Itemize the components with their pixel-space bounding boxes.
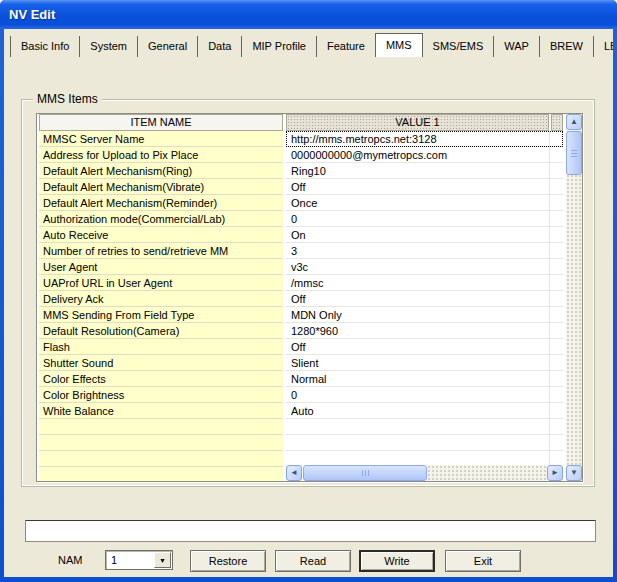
tab-lbs[interactable]: LBS	[594, 36, 613, 57]
value-cell[interactable]: Off	[286, 179, 563, 195]
nam-label: NAM	[58, 554, 82, 566]
tab-general[interactable]: General	[138, 36, 198, 57]
column-header-item-name[interactable]: ITEM NAME	[39, 114, 283, 131]
vertical-scroll-thumb[interactable]	[566, 131, 582, 175]
tab-mip-profile[interactable]: MIP Profile	[242, 36, 317, 57]
tab-basic-info[interactable]: Basic Info	[10, 36, 80, 57]
item-name-cell[interactable]: White Balance	[39, 403, 283, 419]
restore-button[interactable]: Restore	[190, 550, 266, 572]
item-name-cell[interactable]: Auto Receive	[39, 227, 283, 243]
column-header-filler	[551, 114, 563, 131]
value-cell[interactable]	[286, 451, 563, 465]
tab-bar: Basic InfoSystemGeneralDataMIP ProfileFe…	[10, 33, 613, 57]
scroll-right-button[interactable]: ►	[547, 465, 563, 481]
value-pane: VALUE 1 http://mms.metropcs.net:31280000…	[286, 114, 563, 481]
horizontal-scroll-track[interactable]	[427, 465, 547, 481]
value-cell[interactable]: Auto	[286, 403, 563, 419]
item-name-cell[interactable]	[39, 435, 283, 451]
tab-sms-ems[interactable]: SMS/EMS	[423, 36, 495, 57]
value-cell[interactable]: Off	[286, 339, 563, 355]
item-name-cell[interactable]: Authorization mode(Commercial/Lab)	[39, 211, 283, 227]
combo-dropdown-button[interactable]: ▼	[154, 552, 171, 568]
item-name-cell[interactable]: Flash	[39, 339, 283, 355]
horizontal-scrollbar[interactable]: ◄ ►	[286, 465, 563, 481]
scroll-up-icon: ▲	[570, 118, 578, 126]
item-name-rows: MMSC Server NameAddress for Upload to Pi…	[39, 131, 283, 481]
item-name-cell[interactable]	[39, 419, 283, 435]
nam-combobox[interactable]: 1 ▼	[105, 550, 173, 570]
item-name-cell[interactable]: User Agent	[39, 259, 283, 275]
tab-brew[interactable]: BREW	[540, 36, 594, 57]
item-name-cell[interactable]: MMS Sending From Field Type	[39, 307, 283, 323]
item-name-cell[interactable]: Default Alert Mechanism(Ring)	[39, 163, 283, 179]
groupbox-title: MMS Items	[33, 92, 102, 106]
item-name-cell[interactable]: Color Effects	[39, 371, 283, 387]
scroll-down-button[interactable]: ▼	[566, 465, 582, 481]
value-rows: http://mms.metropcs.net:31280000000000@m…	[286, 131, 563, 465]
status-bar	[25, 520, 596, 542]
value-cell[interactable]: Ring10	[286, 163, 563, 179]
window-title: NV Edit	[9, 7, 55, 22]
dialog-client-area: Basic InfoSystemGeneralDataMIP ProfileFe…	[4, 29, 613, 577]
read-button[interactable]: Read	[275, 550, 351, 572]
value-cell[interactable]: v3c	[286, 259, 563, 275]
item-name-cell[interactable]	[39, 451, 283, 467]
titlebar[interactable]: NV Edit	[0, 0, 617, 29]
tab-system[interactable]: System	[80, 36, 138, 57]
value-cell[interactable]: Once	[286, 195, 563, 211]
value-cell[interactable]: Normal	[286, 371, 563, 387]
item-name-cell[interactable]: Shutter Sound	[39, 355, 283, 371]
vertical-scrollbar[interactable]: ▲ ▼	[566, 114, 582, 481]
exit-button[interactable]: Exit	[445, 550, 521, 572]
value-cell[interactable]: On	[286, 227, 563, 243]
value-cell[interactable]: 3	[286, 243, 563, 259]
item-name-cell[interactable]: UAProf URL in User Agent	[39, 275, 283, 291]
item-name-cell[interactable]	[39, 467, 283, 481]
value-cell[interactable]	[286, 419, 563, 435]
value-cell[interactable]: MDN Only	[286, 307, 563, 323]
horizontal-scroll-thumb[interactable]	[303, 465, 427, 481]
value-cell[interactable]: Off	[286, 291, 563, 307]
column-header-value1[interactable]: VALUE 1	[286, 114, 549, 131]
scroll-down-icon: ▼	[570, 469, 578, 477]
scroll-left-icon: ◄	[290, 469, 298, 477]
item-name-cell[interactable]: MMSC Server Name	[39, 131, 283, 147]
tab-feature[interactable]: Feature	[317, 36, 376, 57]
chevron-down-icon: ▼	[159, 557, 166, 564]
item-name-cell[interactable]: Number of retries to send/retrieve MM	[39, 243, 283, 259]
value-cell[interactable]: Slient	[286, 355, 563, 371]
tab-wap[interactable]: WAP	[494, 36, 540, 57]
nv-item-grid: ITEM NAME MMSC Server NameAddress for Up…	[36, 113, 583, 482]
item-name-pane: ITEM NAME MMSC Server NameAddress for Up…	[39, 114, 283, 481]
value-cell[interactable]: 1280*960	[286, 323, 563, 339]
value-header-row: VALUE 1	[286, 114, 563, 131]
item-name-cell[interactable]: Address for Upload to Pix Place	[39, 147, 283, 163]
value-cell[interactable]: http://mms.metropcs.net:3128	[286, 131, 563, 147]
mms-items-groupbox: MMS Items ITEM NAME MMSC Server NameAddr…	[21, 99, 595, 487]
value-cell[interactable]	[286, 435, 563, 451]
item-name-cell[interactable]: Color Brightness	[39, 387, 283, 403]
nv-edit-window: NV Edit Basic InfoSystemGeneralDataMIP P…	[0, 0, 617, 582]
tab-data[interactable]: Data	[198, 36, 242, 57]
scroll-left-button[interactable]: ◄	[286, 465, 302, 481]
value-cell[interactable]: /mmsc	[286, 275, 563, 291]
item-name-cell[interactable]: Default Alert Mechanism(Reminder)	[39, 195, 283, 211]
item-name-cell[interactable]: Delivery Ack	[39, 291, 283, 307]
value-cell[interactable]: 0	[286, 211, 563, 227]
scroll-right-icon: ►	[551, 469, 559, 477]
write-button[interactable]: Write	[359, 550, 435, 572]
value-cell[interactable]: 0000000000@mymetropcs.com	[286, 147, 563, 163]
item-name-cell[interactable]: Default Resolution(Camera)	[39, 323, 283, 339]
value-cell[interactable]: 0	[286, 387, 563, 403]
item-name-cell[interactable]: Default Alert Mechanism(Vibrate)	[39, 179, 283, 195]
tab-mms[interactable]: MMS	[375, 33, 423, 57]
scroll-up-button[interactable]: ▲	[566, 114, 582, 130]
